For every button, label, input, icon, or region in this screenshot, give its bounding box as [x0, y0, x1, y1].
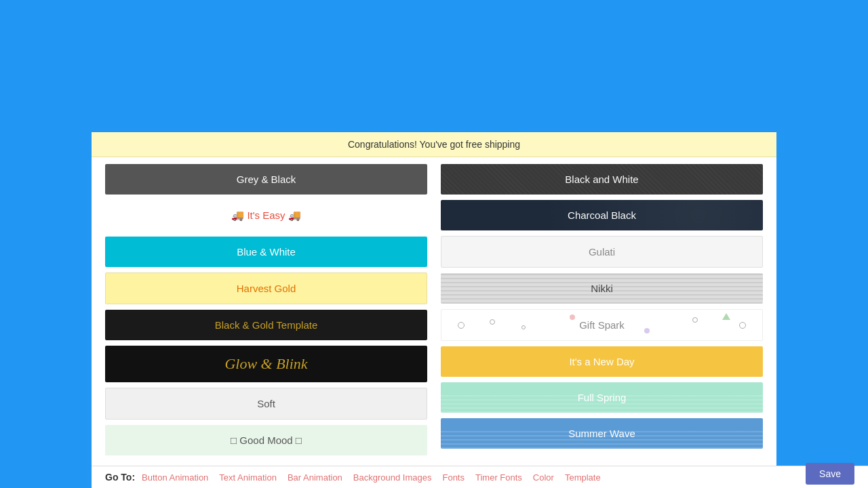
- template-gift-spark[interactable]: Gift Spark: [441, 309, 763, 341]
- nav-timer-fonts[interactable]: Timer Fonts: [475, 472, 522, 483]
- template-nikki[interactable]: Nikki: [441, 273, 763, 304]
- template-glow-blink[interactable]: Glow & Blink: [105, 346, 427, 382]
- footer-nav: Go To: Button Animation Text Animation B…: [92, 466, 868, 488]
- template-soft[interactable]: Soft: [105, 388, 427, 420]
- save-button[interactable]: Save: [806, 463, 854, 485]
- template-charcoal-black[interactable]: Charcoal Black: [441, 200, 763, 230]
- template-summer-wave[interactable]: Summer Wave: [441, 418, 763, 449]
- template-new-day[interactable]: It's a New Day: [441, 346, 763, 377]
- template-good-mood[interactable]: □ Good Mood □: [105, 425, 427, 455]
- nav-bar-animation[interactable]: Bar Animation: [288, 472, 342, 483]
- template-gulati[interactable]: Gulati: [441, 236, 763, 268]
- template-grey-black[interactable]: Grey & Black: [105, 164, 427, 195]
- nav-color[interactable]: Color: [533, 472, 554, 483]
- template-full-spring[interactable]: Full Spring: [441, 382, 763, 413]
- nav-text-animation[interactable]: Text Animation: [219, 472, 277, 483]
- template-harvest-gold[interactable]: Harvest Gold: [105, 272, 427, 304]
- nav-background-images[interactable]: Background Images: [353, 472, 432, 483]
- go-to-label: Go To:: [105, 472, 135, 483]
- nav-button-animation[interactable]: Button Animation: [142, 472, 208, 483]
- template-black-white[interactable]: Black and White: [441, 164, 763, 195]
- right-column: Black and White Charcoal Black Gulati Ni…: [441, 164, 763, 455]
- template-its-easy[interactable]: 🚚 It's Easy 🚚: [105, 200, 427, 231]
- template-black-gold[interactable]: Black & Gold Template: [105, 310, 427, 340]
- nav-template[interactable]: Template: [565, 472, 601, 483]
- left-column: Grey & Black 🚚 It's Easy 🚚 Blue & White …: [105, 164, 427, 455]
- template-blue-white[interactable]: Blue & White: [105, 237, 427, 267]
- shipping-banner: Congratulations! You've got free shippin…: [92, 132, 776, 157]
- nav-fonts[interactable]: Fonts: [442, 472, 465, 483]
